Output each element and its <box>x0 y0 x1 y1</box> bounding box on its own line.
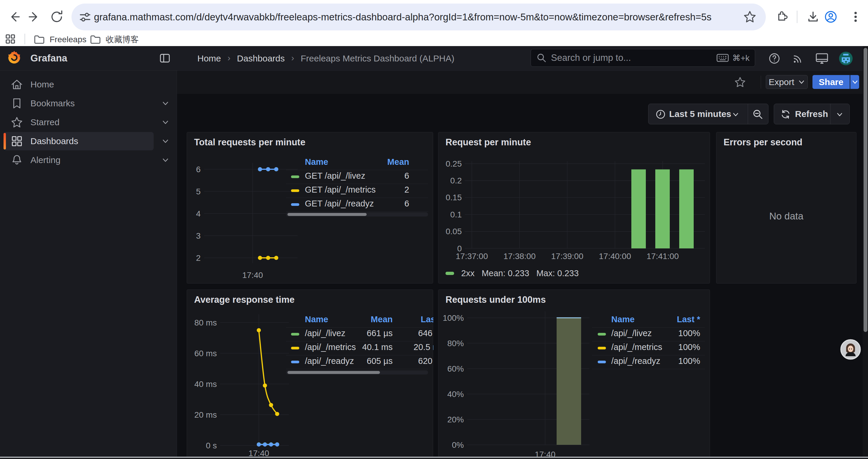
profile-icon[interactable] <box>824 10 838 24</box>
user-avatar[interactable] <box>839 52 853 66</box>
share-menu-button[interactable] <box>850 75 859 89</box>
legend-scrollbar[interactable] <box>286 370 428 374</box>
favorite-star-icon[interactable] <box>734 76 747 90</box>
series-point <box>258 167 262 171</box>
sidebar-link[interactable]: Dashboards <box>4 132 154 150</box>
search-input[interactable]: Search or jump to... ⌘+k <box>531 49 755 67</box>
series-line <box>259 330 277 414</box>
extensions-icon[interactable] <box>774 10 788 24</box>
brand-title[interactable]: Grafana <box>30 46 67 71</box>
bookmark-folder-blogs[interactable]: 收藏博客 <box>89 33 139 46</box>
x-axis-label: 17:40:00 <box>599 252 631 261</box>
y-axis-label: 0.05 <box>446 227 462 236</box>
series-point <box>258 256 262 260</box>
y-axis-label: 3 <box>196 231 200 240</box>
webcam-overlay-avatar[interactable] <box>840 339 861 360</box>
x-axis-label: 17:40 <box>248 449 269 458</box>
bookmark-folder-freeleaps[interactable]: Freeleaps <box>33 33 87 46</box>
reload-icon[interactable] <box>50 10 64 24</box>
chevron-down-icon[interactable] <box>159 151 172 169</box>
share-button[interactable]: Share <box>812 75 850 89</box>
url-bar[interactable]: grafana.mathmast.com/d/deytv4rwavabkb/fr… <box>71 4 766 30</box>
bookmarks-bar: Freeleaps 收藏博客 <box>0 33 868 46</box>
news-rss-icon[interactable] <box>791 52 805 66</box>
grafana-app: Grafana Home›Dashboards›Freeleaps Metric… <box>0 46 868 459</box>
refresh-picker[interactable]: Refresh <box>774 104 850 124</box>
back-icon[interactable] <box>7 10 21 24</box>
sidebar-item-label: Home <box>30 75 54 94</box>
chart-canvas[interactable]: 0.250.20.150.10.05017:37:0017:38:0017:39… <box>438 132 710 284</box>
chevron-down-icon[interactable] <box>159 94 172 112</box>
legend-header-last[interactable]: Last * <box>286 315 433 324</box>
panel-average-response-time[interactable]: Average response time80 ms60 ms40 ms20 m… <box>187 290 433 459</box>
export-button[interactable]: Export <box>766 75 808 89</box>
panel-request-per-minute[interactable]: Request per minute0.250.20.150.10.05017:… <box>438 132 710 284</box>
legend-value: 100% <box>592 356 700 366</box>
sidebar-link[interactable]: Home <box>4 75 154 94</box>
legend-value: 100% <box>592 342 700 352</box>
bookmark-label: 收藏博客 <box>106 34 139 45</box>
grafana-logo[interactable] <box>8 51 20 65</box>
sidebar-item-home[interactable]: Home <box>0 75 177 94</box>
sidebar-item-starred[interactable]: Starred <box>0 113 177 131</box>
sidebar-item-alerting[interactable]: Alerting <box>0 151 177 169</box>
sidebar-item-label: Bookmarks <box>30 94 75 112</box>
page-scrollbar[interactable] <box>863 46 868 459</box>
sidebar-item-dashboards[interactable]: Dashboards <box>0 132 177 150</box>
url-text[interactable]: grafana.mathmast.com/d/deytv4rwavabkb/fr… <box>94 4 720 30</box>
zoom-out-icon[interactable] <box>752 109 764 121</box>
bookmark-star-icon[interactable] <box>743 10 757 24</box>
legend-scrollbar-thumb[interactable] <box>287 213 367 216</box>
chevron-down-icon[interactable] <box>159 113 172 131</box>
breadcrumb-separator: › <box>291 53 294 63</box>
no-data-text: No data <box>716 210 856 222</box>
sidebar-link[interactable]: Starred <box>4 113 154 131</box>
legend-scrollbar-thumb[interactable] <box>287 371 380 374</box>
sidebar-link[interactable]: Alerting <box>4 151 154 169</box>
x-axis-label: 17:38:00 <box>503 252 536 261</box>
legend-divider <box>592 355 705 355</box>
panel-requests-under-100ms[interactable]: Requests under 100ms100%80%60%40%20%0%17… <box>438 290 710 459</box>
legend-divider <box>286 198 428 198</box>
panel-errors-per-second[interactable]: Errors per secondNo data <box>716 132 857 284</box>
apps-grid-icon[interactable] <box>4 32 17 45</box>
sidebar-item-bookmarks[interactable]: Bookmarks <box>0 94 177 112</box>
y-axis-label: 40 ms <box>194 380 217 389</box>
panel-title[interactable]: Errors per second <box>723 137 802 148</box>
legend-header-mean[interactable]: Mean <box>286 157 409 167</box>
breadcrumb-item[interactable]: Home <box>197 54 221 64</box>
sidebar-link[interactable]: Bookmarks <box>4 94 154 112</box>
legend-series-name[interactable]: 2xx <box>461 268 474 278</box>
subbar-divider <box>761 76 761 89</box>
legend-value: 646 µs <box>286 328 433 338</box>
y-axis-label: 0 s <box>206 441 217 450</box>
download-icon[interactable] <box>806 10 820 24</box>
active-accent-bar <box>4 133 6 150</box>
legend-table: NameMeanLast */api/_/livez661 µs646 µs/a… <box>286 290 433 459</box>
sidebar-toggle-icon[interactable] <box>159 52 171 65</box>
display-icon[interactable] <box>814 52 829 66</box>
keyboard-icon <box>716 54 729 62</box>
legend-stat: Mean: 0.233 <box>482 268 529 278</box>
bookmarks-divider <box>25 34 25 44</box>
breadcrumb-item[interactable]: Dashboards <box>237 54 285 64</box>
sidebar-item-label: Alerting <box>30 151 61 169</box>
series-point <box>263 383 267 388</box>
legend-divider <box>286 355 428 355</box>
legend-scrollbar[interactable] <box>286 212 428 217</box>
time-range-picker[interactable]: Last 5 minutes <box>648 104 769 124</box>
help-icon[interactable] <box>767 52 781 66</box>
forward-icon[interactable] <box>27 10 41 24</box>
y-axis-label: 0% <box>452 440 464 450</box>
breadcrumb: Home›Dashboards›Freeleaps Metrics Dashbo… <box>197 46 454 71</box>
scrollbar-thumb[interactable] <box>864 48 867 332</box>
site-settings-icon[interactable] <box>78 10 92 24</box>
browser-menu-icon[interactable] <box>848 10 863 24</box>
search-shortcut: ⌘+k <box>716 53 749 63</box>
chevron-down-icon <box>798 79 805 85</box>
chevron-down-icon[interactable] <box>159 132 172 150</box>
legend-header-last[interactable]: Last * <box>592 315 700 324</box>
panel-total-requests-per-minute[interactable]: Total requests per minute6543217:40NameM… <box>187 132 433 284</box>
legend-value: 100% <box>592 328 700 338</box>
series-point <box>274 256 278 260</box>
